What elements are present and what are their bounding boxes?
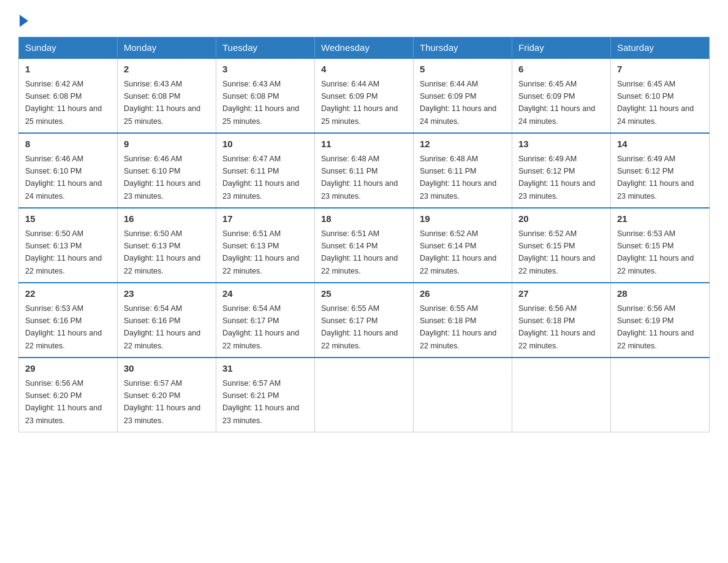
day-info: Sunrise: 6:56 AMSunset: 6:20 PMDaylight:… bbox=[25, 379, 102, 425]
day-info: Sunrise: 6:54 AMSunset: 6:16 PMDaylight:… bbox=[124, 304, 200, 350]
logo-arrow-icon bbox=[20, 15, 28, 27]
day-info: Sunrise: 6:53 AMSunset: 6:16 PMDaylight:… bbox=[25, 304, 102, 350]
calendar-cell: 22 Sunrise: 6:53 AMSunset: 6:16 PMDaylig… bbox=[19, 283, 118, 358]
header-row: SundayMondayTuesdayWednesdayThursdayFrid… bbox=[19, 37, 710, 59]
calendar-table: SundayMondayTuesdayWednesdayThursdayFrid… bbox=[18, 37, 710, 432]
day-number: 26 bbox=[420, 287, 506, 301]
calendar-cell: 12 Sunrise: 6:48 AMSunset: 6:11 PMDaylig… bbox=[414, 133, 512, 208]
day-info: Sunrise: 6:52 AMSunset: 6:14 PMDaylight:… bbox=[420, 229, 496, 275]
calendar-cell: 14 Sunrise: 6:49 AMSunset: 6:12 PMDaylig… bbox=[611, 133, 710, 208]
day-info: Sunrise: 6:46 AMSunset: 6:10 PMDaylight:… bbox=[25, 155, 102, 201]
day-number: 2 bbox=[124, 63, 210, 77]
calendar-cell: 30 Sunrise: 6:57 AMSunset: 6:20 PMDaylig… bbox=[118, 358, 216, 432]
calendar-cell: 26 Sunrise: 6:55 AMSunset: 6:18 PMDaylig… bbox=[414, 283, 512, 358]
calendar-cell: 21 Sunrise: 6:53 AMSunset: 6:15 PMDaylig… bbox=[611, 208, 710, 283]
day-info: Sunrise: 6:51 AMSunset: 6:14 PMDaylight:… bbox=[321, 229, 398, 275]
day-number: 3 bbox=[222, 63, 308, 77]
week-row-4: 22 Sunrise: 6:53 AMSunset: 6:16 PMDaylig… bbox=[19, 283, 710, 358]
day-number: 6 bbox=[518, 63, 604, 77]
calendar-cell: 24 Sunrise: 6:54 AMSunset: 6:17 PMDaylig… bbox=[216, 283, 315, 358]
calendar-cell bbox=[512, 358, 611, 432]
week-row-5: 29 Sunrise: 6:56 AMSunset: 6:20 PMDaylig… bbox=[19, 358, 710, 432]
day-info: Sunrise: 6:49 AMSunset: 6:12 PMDaylight:… bbox=[617, 155, 694, 201]
day-info: Sunrise: 6:50 AMSunset: 6:13 PMDaylight:… bbox=[124, 229, 200, 275]
week-row-3: 15 Sunrise: 6:50 AMSunset: 6:13 PMDaylig… bbox=[19, 208, 710, 283]
day-number: 17 bbox=[222, 212, 308, 226]
day-number: 1 bbox=[25, 63, 111, 77]
calendar-cell: 31 Sunrise: 6:57 AMSunset: 6:21 PMDaylig… bbox=[216, 358, 315, 432]
week-row-2: 8 Sunrise: 6:46 AMSunset: 6:10 PMDayligh… bbox=[19, 133, 710, 208]
day-number: 14 bbox=[617, 137, 703, 151]
day-number: 24 bbox=[222, 287, 308, 301]
day-number: 10 bbox=[222, 137, 308, 151]
col-header-tuesday: Tuesday bbox=[216, 37, 315, 59]
day-number: 8 bbox=[25, 137, 111, 151]
calendar-cell: 19 Sunrise: 6:52 AMSunset: 6:14 PMDaylig… bbox=[414, 208, 512, 283]
day-number: 15 bbox=[25, 212, 111, 226]
calendar-cell: 9 Sunrise: 6:46 AMSunset: 6:10 PMDayligh… bbox=[118, 133, 216, 208]
day-info: Sunrise: 6:44 AMSunset: 6:09 PMDaylight:… bbox=[420, 80, 496, 126]
day-number: 7 bbox=[617, 63, 703, 77]
day-number: 21 bbox=[617, 212, 703, 226]
calendar-cell: 1 Sunrise: 6:42 AMSunset: 6:08 PMDayligh… bbox=[19, 58, 118, 133]
calendar-cell: 18 Sunrise: 6:51 AMSunset: 6:14 PMDaylig… bbox=[315, 208, 414, 283]
day-number: 27 bbox=[518, 287, 604, 301]
day-info: Sunrise: 6:55 AMSunset: 6:17 PMDaylight:… bbox=[321, 304, 398, 350]
day-number: 19 bbox=[420, 212, 506, 226]
calendar-cell: 17 Sunrise: 6:51 AMSunset: 6:13 PMDaylig… bbox=[216, 208, 315, 283]
col-header-monday: Monday bbox=[118, 37, 216, 59]
calendar-cell: 27 Sunrise: 6:56 AMSunset: 6:18 PMDaylig… bbox=[512, 283, 611, 358]
day-info: Sunrise: 6:42 AMSunset: 6:08 PMDaylight:… bbox=[25, 80, 102, 126]
calendar-cell: 25 Sunrise: 6:55 AMSunset: 6:17 PMDaylig… bbox=[315, 283, 414, 358]
calendar-cell: 4 Sunrise: 6:44 AMSunset: 6:09 PMDayligh… bbox=[315, 58, 414, 133]
day-info: Sunrise: 6:52 AMSunset: 6:15 PMDaylight:… bbox=[518, 229, 595, 275]
calendar-cell: 13 Sunrise: 6:49 AMSunset: 6:12 PMDaylig… bbox=[512, 133, 611, 208]
day-info: Sunrise: 6:45 AMSunset: 6:10 PMDaylight:… bbox=[617, 80, 694, 126]
calendar-cell: 10 Sunrise: 6:47 AMSunset: 6:11 PMDaylig… bbox=[216, 133, 315, 208]
calendar-cell: 7 Sunrise: 6:45 AMSunset: 6:10 PMDayligh… bbox=[611, 58, 710, 133]
day-info: Sunrise: 6:44 AMSunset: 6:09 PMDaylight:… bbox=[321, 80, 398, 126]
day-number: 28 bbox=[617, 287, 703, 301]
calendar-cell: 5 Sunrise: 6:44 AMSunset: 6:09 PMDayligh… bbox=[414, 58, 512, 133]
calendar-cell: 28 Sunrise: 6:56 AMSunset: 6:19 PMDaylig… bbox=[611, 283, 710, 358]
col-header-friday: Friday bbox=[512, 37, 611, 59]
day-info: Sunrise: 6:49 AMSunset: 6:12 PMDaylight:… bbox=[518, 155, 595, 201]
day-number: 25 bbox=[321, 287, 407, 301]
day-number: 5 bbox=[420, 63, 506, 77]
day-number: 23 bbox=[124, 287, 210, 301]
day-number: 29 bbox=[25, 362, 111, 376]
day-number: 13 bbox=[518, 137, 604, 151]
calendar-cell: 8 Sunrise: 6:46 AMSunset: 6:10 PMDayligh… bbox=[19, 133, 118, 208]
col-header-saturday: Saturday bbox=[611, 37, 710, 59]
calendar-cell bbox=[315, 358, 414, 432]
day-number: 30 bbox=[124, 362, 210, 376]
day-info: Sunrise: 6:46 AMSunset: 6:10 PMDaylight:… bbox=[124, 155, 200, 201]
day-number: 20 bbox=[518, 212, 604, 226]
col-header-thursday: Thursday bbox=[414, 37, 512, 59]
calendar-cell bbox=[414, 358, 512, 432]
page-header bbox=[18, 12, 710, 25]
logo bbox=[18, 12, 28, 25]
calendar-cell: 16 Sunrise: 6:50 AMSunset: 6:13 PMDaylig… bbox=[118, 208, 216, 283]
day-number: 4 bbox=[321, 63, 407, 77]
day-info: Sunrise: 6:57 AMSunset: 6:20 PMDaylight:… bbox=[124, 379, 200, 425]
day-number: 22 bbox=[25, 287, 111, 301]
day-info: Sunrise: 6:43 AMSunset: 6:08 PMDaylight:… bbox=[222, 80, 299, 126]
day-info: Sunrise: 6:54 AMSunset: 6:17 PMDaylight:… bbox=[222, 304, 299, 350]
day-info: Sunrise: 6:47 AMSunset: 6:11 PMDaylight:… bbox=[222, 155, 299, 201]
col-header-sunday: Sunday bbox=[19, 37, 118, 59]
day-info: Sunrise: 6:50 AMSunset: 6:13 PMDaylight:… bbox=[25, 229, 102, 275]
day-info: Sunrise: 6:48 AMSunset: 6:11 PMDaylight:… bbox=[321, 155, 398, 201]
calendar-cell: 11 Sunrise: 6:48 AMSunset: 6:11 PMDaylig… bbox=[315, 133, 414, 208]
col-header-wednesday: Wednesday bbox=[315, 37, 414, 59]
day-number: 31 bbox=[222, 362, 308, 376]
day-info: Sunrise: 6:57 AMSunset: 6:21 PMDaylight:… bbox=[222, 379, 299, 425]
week-row-1: 1 Sunrise: 6:42 AMSunset: 6:08 PMDayligh… bbox=[19, 58, 710, 133]
day-number: 11 bbox=[321, 137, 407, 151]
calendar-cell: 23 Sunrise: 6:54 AMSunset: 6:16 PMDaylig… bbox=[118, 283, 216, 358]
day-info: Sunrise: 6:56 AMSunset: 6:18 PMDaylight:… bbox=[518, 304, 595, 350]
day-info: Sunrise: 6:56 AMSunset: 6:19 PMDaylight:… bbox=[617, 304, 694, 350]
day-number: 9 bbox=[124, 137, 210, 151]
calendar-cell: 20 Sunrise: 6:52 AMSunset: 6:15 PMDaylig… bbox=[512, 208, 611, 283]
day-info: Sunrise: 6:55 AMSunset: 6:18 PMDaylight:… bbox=[420, 304, 496, 350]
